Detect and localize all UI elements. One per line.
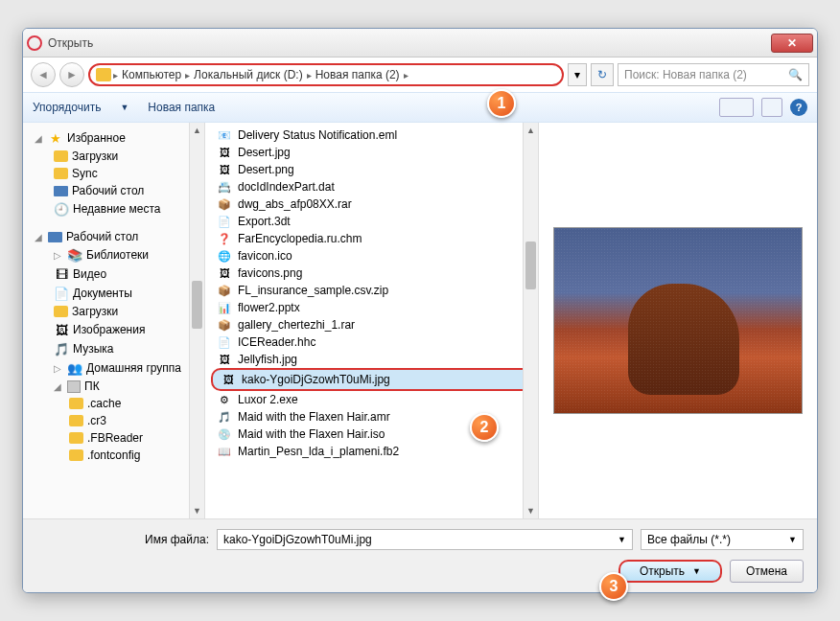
folder-icon <box>69 415 83 426</box>
file-item[interactable]: 📦dwg_abs_afp08XX.rar <box>211 196 532 213</box>
filename-input[interactable]: kako-YgoiDjGzowhT0uMi.jpg ▼ <box>217 529 633 550</box>
organize-menu[interactable]: Упорядочить <box>33 101 101 114</box>
homegroup-icon: 👥 <box>67 360 82 376</box>
chevron-down-icon: ▼ <box>692 566 701 576</box>
file-icon: 🖼 <box>217 265 232 281</box>
monitor-icon <box>54 186 68 196</box>
search-icon: 🔍 <box>788 68 803 81</box>
file-name: Export.3dt <box>238 215 291 228</box>
file-item[interactable]: 📄ICEReader.hhc <box>211 334 532 351</box>
file-name: FarEncyclopedia.ru.chm <box>238 232 362 245</box>
recent-icon: 🕘 <box>54 201 69 217</box>
file-icon: 🖼 <box>217 145 232 160</box>
folder-icon <box>69 449 83 461</box>
file-name: flower2.pptx <box>238 301 300 314</box>
help-button[interactable]: ? <box>790 99 807 116</box>
breadcrumb-folder[interactable]: Новая папка (2) <box>314 68 402 81</box>
nav-row: ◄ ► ▸ Компьютер ▸ Локальный диск (D:) ▸ … <box>23 58 817 92</box>
music-icon: 🎵 <box>54 341 69 356</box>
file-icon: 📖 <box>217 444 232 459</box>
file-item[interactable]: 📦FL_insurance_sample.csv.zip <box>211 282 532 299</box>
file-item[interactable]: ⚙Luxor 2.exe <box>211 391 532 408</box>
collapse-icon: ◢ <box>35 232 44 242</box>
file-item[interactable]: 🖼Desert.png <box>211 161 532 178</box>
file-item[interactable]: 📊flower2.pptx <box>211 299 532 316</box>
sidebar-scrollbar[interactable]: ▲▼ <box>189 123 204 518</box>
file-icon: 📇 <box>217 179 232 195</box>
sidebar-pc[interactable]: ◢ПК <box>27 378 200 395</box>
search-placeholder: Поиск: Новая папка (2) <box>624 68 747 81</box>
file-item[interactable]: 📄Export.3dt <box>211 213 532 230</box>
file-item[interactable]: 🌐favicon.ico <box>211 247 532 264</box>
sidebar-images[interactable]: 🖼Изображения <box>27 320 200 339</box>
sidebar-cache[interactable]: .cache <box>27 395 200 412</box>
back-button[interactable]: ◄ <box>31 62 56 87</box>
preview-pane-button[interactable] <box>761 98 782 117</box>
sidebar: ◢★Избранное Загрузки Sync Рабочий стол 🕘… <box>23 123 205 518</box>
folder-icon <box>54 306 68 317</box>
file-name: Delivery Status Notification.eml <box>238 128 397 142</box>
file-icon: 🖼 <box>217 162 232 177</box>
file-item[interactable]: 📇docIdIndexPart.dat <box>211 178 532 196</box>
preview-pane <box>539 123 817 518</box>
file-name: Maid with the Flaxen Hair.iso <box>238 427 385 441</box>
file-list: 📧Delivery Status Notification.eml🖼Desert… <box>205 123 539 518</box>
sidebar-favorites[interactable]: ◢★Избранное <box>27 128 200 148</box>
forward-button[interactable]: ► <box>59 62 84 87</box>
sidebar-music[interactable]: 🎵Музыка <box>27 339 200 358</box>
sidebar-documents[interactable]: 📄Документы <box>27 284 200 303</box>
sidebar-cr3[interactable]: .cr3 <box>27 412 200 429</box>
sidebar-sync[interactable]: Sync <box>27 165 200 182</box>
new-folder-button[interactable]: Новая папка <box>148 101 215 114</box>
callout-3: 3 <box>599 572 628 601</box>
file-icon: 📧 <box>217 127 232 143</box>
file-item[interactable]: 📦gallery_chertezhi_1.rar <box>211 316 532 334</box>
sidebar-video[interactable]: 🎞Видео <box>27 264 200 284</box>
refresh-button[interactable]: ↻ <box>591 63 614 86</box>
toolbar: Упорядочить ▼ Новая папка ? <box>23 92 817 123</box>
file-item[interactable]: 🖼Desert.jpg <box>211 144 532 161</box>
file-name: Luxor 2.exe <box>238 393 298 406</box>
file-icon: 📄 <box>217 214 232 229</box>
breadcrumb[interactable]: ▸ Компьютер ▸ Локальный диск (D:) ▸ Нова… <box>88 63 564 86</box>
open-button[interactable]: Открыть ▼ <box>618 560 722 583</box>
file-icon: 📦 <box>217 283 232 298</box>
sidebar-fbreader[interactable]: .FBReader <box>27 429 200 447</box>
file-item[interactable]: 📖Martin_Pesn_lda_i_plameni.fb2 <box>211 443 532 460</box>
file-name: FL_insurance_sample.csv.zip <box>238 284 388 297</box>
sidebar-downloads[interactable]: Загрузки <box>27 148 200 165</box>
close-button[interactable]: ✕ <box>771 34 813 53</box>
file-icon: 📦 <box>217 196 232 212</box>
filelist-scrollbar[interactable]: ▲▼ <box>523 123 538 518</box>
file-item[interactable]: ❓FarEncyclopedia.ru.chm <box>211 230 532 247</box>
cancel-button[interactable]: Отмена <box>730 560 804 583</box>
sidebar-desktop2[interactable]: ◢Рабочий стол <box>27 228 200 245</box>
file-item[interactable]: 🖼Jellyfish.jpg <box>211 351 532 368</box>
opera-icon <box>27 35 42 51</box>
sidebar-fontconfig[interactable]: .fontconfig <box>27 447 200 464</box>
file-icon: 🖼 <box>217 352 232 367</box>
sidebar-homegroup[interactable]: ▷👥Домашняя группа <box>27 358 200 378</box>
file-item[interactable]: 📧Delivery Status Notification.eml <box>211 126 532 144</box>
sidebar-desktop[interactable]: Рабочий стол <box>27 182 200 199</box>
breadcrumb-drive[interactable]: Локальный диск (D:) <box>192 68 305 81</box>
view-options-button[interactable] <box>719 98 754 117</box>
sidebar-downloads2[interactable]: Загрузки <box>27 303 200 320</box>
filetype-filter[interactable]: Все файлы (*.*) ▼ <box>641 529 804 550</box>
chevron-down-icon[interactable]: ▼ <box>788 535 797 544</box>
file-item[interactable]: 🖼kako-YgoiDjGzowhT0uMi.jpg <box>211 368 532 391</box>
file-name: Desert.png <box>238 163 294 176</box>
collapse-icon: ◢ <box>35 133 44 144</box>
sidebar-libraries[interactable]: ▷📚Библиотеки <box>27 245 200 264</box>
chevron-down-icon[interactable]: ▼ <box>618 535 626 544</box>
search-input[interactable]: Поиск: Новая папка (2) 🔍 <box>618 63 809 86</box>
breadcrumb-root[interactable]: Компьютер <box>120 68 183 81</box>
breadcrumb-dropdown[interactable]: ▾ <box>568 63 587 86</box>
titlebar: Открыть ✕ <box>23 29 817 58</box>
file-icon: 📊 <box>217 300 232 315</box>
file-name: Martin_Pesn_lda_i_plameni.fb2 <box>238 445 399 458</box>
sidebar-recent[interactable]: 🕘Недавние места <box>27 199 200 218</box>
file-name: Jellyfish.jpg <box>238 353 297 366</box>
file-item[interactable]: 🖼favicons.png <box>211 264 532 282</box>
images-icon: 🖼 <box>54 322 69 337</box>
